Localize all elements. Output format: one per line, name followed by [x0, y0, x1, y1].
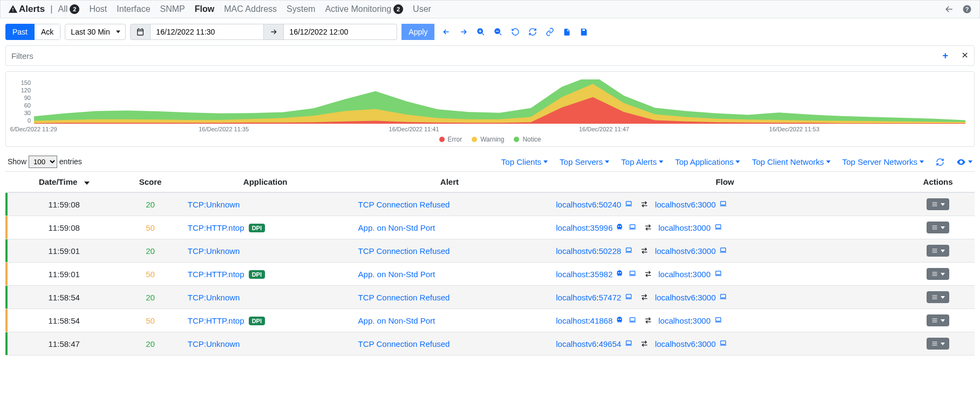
menu-top-alerts[interactable]: Top Alerts [621, 157, 663, 166]
src-host-link[interactable]: localhost [556, 316, 588, 325]
chart-plot-area[interactable] [34, 79, 965, 124]
tab-interface[interactable]: Interface [117, 4, 150, 14]
undo-icon[interactable] [511, 28, 520, 36]
alert-link[interactable]: TCP Connection Refused [358, 200, 450, 209]
dst-port-link[interactable]: 3000 [698, 200, 716, 209]
row-actions-menu[interactable] [927, 222, 949, 233]
ack-button[interactable]: Ack [35, 24, 60, 40]
application-link[interactable]: TCP:Unknown [188, 200, 240, 209]
table-row: 11:58:54 20 TCP:Unknown TCP Connection R… [5, 286, 975, 309]
tab-user[interactable]: User [413, 4, 431, 14]
tab-host[interactable]: Host [89, 4, 107, 14]
refresh-icon[interactable] [528, 28, 537, 36]
clear-filters-icon[interactable] [961, 51, 969, 61]
alert-link[interactable]: App. on Non-Std Port [358, 316, 435, 325]
application-link[interactable]: TCP:HTTP.ntop [188, 316, 244, 325]
dst-port-link[interactable]: 3000 [692, 223, 710, 232]
application-link[interactable]: TCP:HTTP.ntop [188, 223, 244, 232]
row-actions-menu[interactable] [927, 291, 949, 303]
table-refresh-icon[interactable] [936, 158, 944, 166]
file-icon[interactable] [563, 28, 571, 36]
legend-warning[interactable]: Warning [472, 136, 504, 143]
zoom-in-icon[interactable] [477, 28, 485, 36]
dst-port-link[interactable]: 3000 [692, 270, 710, 279]
application-link[interactable]: TCP:Unknown [188, 293, 240, 302]
dst-host-link[interactable]: localhostv6 [655, 293, 696, 302]
row-actions-menu[interactable] [927, 245, 949, 257]
add-filter-icon[interactable]: + [942, 50, 948, 62]
visibility-menu-icon[interactable] [956, 157, 972, 167]
menu-top-applications[interactable]: Top Applications [675, 157, 740, 166]
src-port-link[interactable]: 50228 [598, 246, 621, 256]
application-link[interactable]: TCP:Unknown [188, 339, 240, 348]
entries-count-select[interactable]: 100 [29, 156, 57, 168]
dst-port-link[interactable]: 3000 [698, 339, 716, 348]
src-port-link[interactable]: 35996 [590, 223, 613, 232]
src-port-link[interactable]: 57472 [598, 293, 621, 302]
dst-port-link[interactable]: 3000 [692, 316, 710, 325]
zoom-out-icon[interactable] [494, 28, 502, 36]
cell-actions [901, 309, 975, 332]
row-actions-menu[interactable] [927, 338, 949, 350]
dst-port-link[interactable]: 3000 [698, 293, 716, 302]
tab-active-monitoring[interactable]: Active Monitoring2 [325, 4, 403, 14]
menu-top-server-networks[interactable]: Top Server Networks [842, 157, 924, 166]
application-link[interactable]: TCP:HTTP.ntop [188, 270, 244, 279]
src-host-link[interactable]: localhostv6 [556, 293, 596, 302]
tab-all[interactable]: All2 [58, 4, 80, 14]
time-range-preset-select[interactable]: Last 30 Min [65, 24, 126, 40]
col-date-time[interactable]: Date/Time [8, 172, 120, 193]
menu-top-client-networks[interactable]: Top Client Networks [752, 157, 830, 166]
permalink-icon[interactable] [546, 28, 554, 36]
tab-snmp[interactable]: SNMP [160, 4, 185, 14]
legend-error[interactable]: Error [439, 136, 462, 143]
src-host-link[interactable]: localhostv6 [556, 246, 596, 256]
back-arrow-icon[interactable] [944, 4, 955, 15]
dst-host-link[interactable]: localhostv6 [655, 339, 696, 348]
alert-link[interactable]: TCP Connection Refused [358, 339, 450, 348]
row-actions-menu[interactable] [927, 198, 949, 210]
tab-system[interactable]: System [287, 4, 315, 14]
calendar-icon[interactable] [130, 24, 151, 40]
date-to-input[interactable] [284, 24, 397, 40]
tab-flow[interactable]: Flow [195, 4, 214, 14]
dst-host-link[interactable]: localhostv6 [655, 200, 696, 209]
date-from-input[interactable] [151, 24, 264, 40]
apply-button[interactable]: Apply [401, 24, 434, 40]
filters-input[interactable] [11, 46, 937, 65]
save-icon[interactable] [580, 28, 588, 36]
step-forward-icon[interactable] [459, 28, 468, 36]
help-icon[interactable]: ? [962, 4, 972, 14]
src-host-link[interactable]: localhostv6 [556, 200, 596, 209]
alert-link[interactable]: App. on Non-Std Port [358, 270, 435, 279]
alert-link[interactable]: TCP Connection Refused [358, 293, 450, 302]
src-host-link[interactable]: localhost [556, 270, 588, 279]
row-actions-menu[interactable] [927, 268, 949, 280]
row-actions-menu[interactable] [927, 314, 949, 326]
src-port-link[interactable]: 49654 [598, 339, 621, 348]
col-actions[interactable]: Actions [901, 172, 975, 193]
col-application[interactable]: Application [180, 172, 351, 193]
dst-host-link[interactable]: localhost [658, 316, 690, 325]
col-score[interactable]: Score [120, 172, 180, 193]
dst-host-link[interactable]: localhost [658, 223, 690, 232]
menu-top-servers[interactable]: Top Servers [560, 157, 609, 166]
tab-mac-address[interactable]: MAC Address [224, 4, 277, 14]
src-host-link[interactable]: localhost [556, 223, 588, 232]
dst-port-link[interactable]: 3000 [698, 246, 716, 256]
col-alert[interactable]: Alert [351, 172, 549, 193]
col-flow[interactable]: Flow [548, 172, 901, 193]
step-back-icon[interactable] [442, 28, 451, 36]
past-button[interactable]: Past [5, 24, 35, 40]
menu-top-clients[interactable]: Top Clients [501, 157, 548, 166]
src-port-link[interactable]: 41868 [590, 316, 613, 325]
src-host-link[interactable]: localhostv6 [556, 339, 596, 348]
dst-host-link[interactable]: localhostv6 [655, 246, 696, 256]
src-port-link[interactable]: 50240 [598, 200, 621, 209]
alert-link[interactable]: TCP Connection Refused [358, 246, 450, 256]
legend-notice[interactable]: Notice [514, 136, 541, 143]
dst-host-link[interactable]: localhost [658, 270, 690, 279]
alert-link[interactable]: App. on Non-Std Port [358, 223, 435, 232]
application-link[interactable]: TCP:Unknown [188, 246, 240, 256]
src-port-link[interactable]: 35982 [590, 270, 613, 279]
